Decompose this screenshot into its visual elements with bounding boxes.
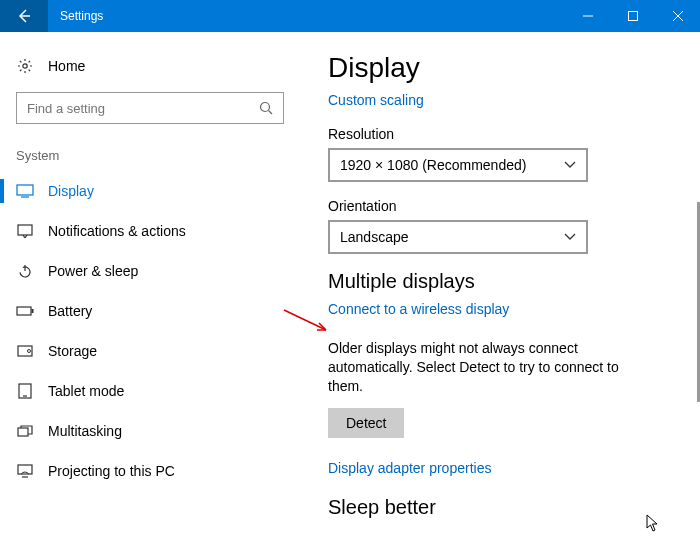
- sleep-better-heading: Sleep better: [328, 496, 670, 519]
- power-icon: [16, 264, 34, 278]
- gear-icon: [16, 58, 34, 74]
- detect-help-text: Older displays might not always connect …: [328, 339, 648, 396]
- search-input[interactable]: [16, 92, 284, 124]
- svg-rect-17: [18, 428, 28, 436]
- svg-rect-11: [17, 307, 31, 315]
- sidebar-item-label: Storage: [48, 343, 97, 359]
- svg-rect-12: [32, 309, 34, 313]
- resolution-label: Resolution: [328, 126, 670, 142]
- svg-line-5: [269, 111, 273, 115]
- sidebar-item-power[interactable]: Power & sleep: [0, 251, 300, 291]
- connect-wireless-link[interactable]: Connect to a wireless display: [328, 301, 509, 317]
- svg-point-3: [23, 64, 27, 68]
- sidebar-item-tablet[interactable]: Tablet mode: [0, 371, 300, 411]
- maximize-button[interactable]: [610, 0, 655, 32]
- svg-rect-13: [18, 346, 32, 356]
- chevron-down-icon: [564, 233, 576, 241]
- display-icon: [16, 184, 34, 198]
- svg-rect-18: [18, 465, 32, 474]
- window-title: Settings: [60, 9, 565, 23]
- resolution-value: 1920 × 1080 (Recommended): [340, 157, 526, 173]
- sidebar-item-label: Display: [48, 183, 94, 199]
- battery-icon: [16, 306, 34, 316]
- svg-rect-6: [17, 185, 33, 195]
- svg-point-4: [261, 103, 270, 112]
- sidebar-item-display[interactable]: Display: [0, 171, 300, 211]
- home-nav[interactable]: Home: [0, 48, 300, 84]
- orientation-label: Orientation: [328, 198, 670, 214]
- search-field[interactable]: [27, 101, 259, 116]
- sidebar-item-multitasking[interactable]: Multitasking: [0, 411, 300, 451]
- sidebar-item-label: Notifications & actions: [48, 223, 186, 239]
- sidebar-item-label: Tablet mode: [48, 383, 124, 399]
- multiple-displays-heading: Multiple displays: [328, 270, 670, 293]
- orientation-value: Landscape: [340, 229, 409, 245]
- notifications-icon: [16, 224, 34, 238]
- search-icon: [259, 101, 273, 115]
- home-label: Home: [48, 58, 85, 74]
- adapter-properties-link[interactable]: Display adapter properties: [328, 460, 670, 476]
- sidebar-item-label: Battery: [48, 303, 92, 319]
- svg-point-14: [28, 350, 31, 353]
- detect-button[interactable]: Detect: [328, 408, 404, 438]
- sidebar-item-notifications[interactable]: Notifications & actions: [0, 211, 300, 251]
- close-button[interactable]: [655, 0, 700, 32]
- minimize-button[interactable]: [565, 0, 610, 32]
- multitasking-icon: [16, 425, 34, 437]
- chevron-down-icon: [564, 161, 576, 169]
- sidebar-item-label: Power & sleep: [48, 263, 138, 279]
- svg-rect-8: [18, 225, 32, 235]
- section-label: System: [0, 142, 300, 171]
- sidebar-item-projecting[interactable]: Projecting to this PC: [0, 451, 300, 491]
- custom-scaling-link[interactable]: Custom scaling: [328, 92, 424, 108]
- sidebar-item-storage[interactable]: Storage: [0, 331, 300, 371]
- resolution-dropdown[interactable]: 1920 × 1080 (Recommended): [328, 148, 588, 182]
- svg-rect-2: [628, 12, 637, 21]
- page-title: Display: [328, 52, 670, 84]
- sidebar-item-battery[interactable]: Battery: [0, 291, 300, 331]
- sidebar-item-label: Projecting to this PC: [48, 463, 175, 479]
- storage-icon: [16, 345, 34, 357]
- orientation-dropdown[interactable]: Landscape: [328, 220, 588, 254]
- tablet-icon: [16, 383, 34, 399]
- back-button[interactable]: [0, 0, 48, 32]
- sidebar-item-label: Multitasking: [48, 423, 122, 439]
- projecting-icon: [16, 464, 34, 478]
